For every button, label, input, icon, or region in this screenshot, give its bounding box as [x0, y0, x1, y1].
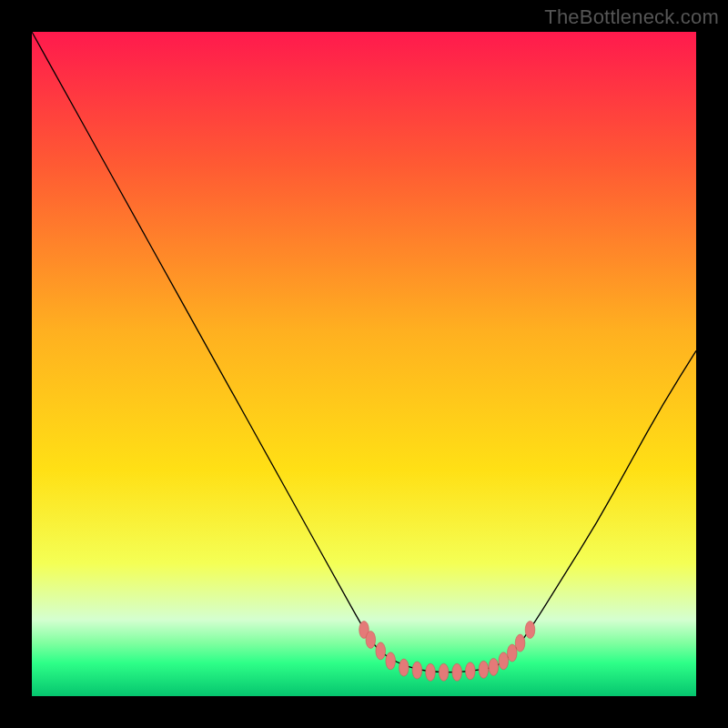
optimal-marker [412, 662, 422, 679]
optimal-marker [426, 663, 436, 681]
plot-area [32, 32, 696, 696]
optimal-marker [499, 652, 509, 670]
optimal-marker [515, 634, 525, 652]
optimal-marker [366, 631, 376, 648]
chart-svg [32, 32, 696, 696]
optimal-marker [489, 658, 499, 675]
optimal-marker [386, 652, 396, 670]
chart-frame: TheBottleneck.com [0, 0, 728, 728]
optimal-marker [466, 662, 476, 680]
optimal-marker [525, 622, 535, 639]
optimal-marker [479, 661, 489, 678]
optimal-marker [399, 659, 410, 676]
optimal-marker [376, 642, 386, 660]
gradient-background [32, 32, 696, 696]
optimal-marker [452, 663, 462, 681]
optimal-marker [439, 663, 449, 681]
watermark-text: TheBottleneck.com [544, 5, 719, 29]
